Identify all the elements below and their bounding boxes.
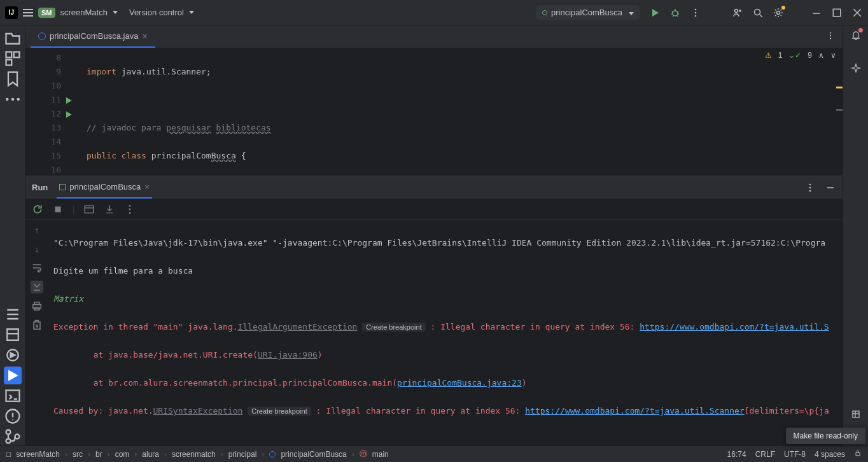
run-tab-icon xyxy=(59,184,66,190)
problems-tool-button[interactable] xyxy=(4,407,22,425)
prev-highlight-icon[interactable]: ∧ xyxy=(818,51,824,60)
soft-wrap-button[interactable] xyxy=(31,262,43,274)
editor[interactable]: 8 9 10 11 12 13 14 15 16 17 import java.… xyxy=(25,48,843,176)
svg-point-20 xyxy=(830,32,831,33)
run-button[interactable] xyxy=(649,7,661,18)
breadcrumb-item[interactable]: alura xyxy=(142,450,159,459)
class-icon xyxy=(269,451,276,458)
svg-rect-9 xyxy=(13,52,19,58)
chevron-down-icon xyxy=(626,8,634,17)
breadcrumb-item[interactable]: main xyxy=(372,450,389,459)
indent-widget[interactable]: 4 spaces xyxy=(815,450,845,459)
up-stack-button[interactable]: ↑ xyxy=(31,223,43,236)
create-breakpoint-button[interactable]: Create breakpoint xyxy=(248,407,311,416)
vcs-tool-button[interactable] xyxy=(4,428,22,445)
svg-rect-15 xyxy=(6,390,19,402)
terminal-tool-button[interactable] xyxy=(4,387,22,405)
project-tool-button[interactable] xyxy=(4,29,22,47)
breadcrumb-item[interactable]: src xyxy=(73,450,83,459)
breadcrumb-item[interactable]: com xyxy=(115,450,130,459)
inspections-widget[interactable]: ⚠1 ⌄✓9 ∧ ∨ xyxy=(765,51,836,60)
svg-point-30 xyxy=(129,212,131,214)
breadcrumb-root-icon: □ xyxy=(6,450,11,459)
console-output[interactable]: "C:\Program Files\Java\jdk-17\bin\java.e… xyxy=(48,220,843,427)
editor-tab[interactable]: principalComBusca.java × xyxy=(31,25,155,48)
ai-assistant-button[interactable] xyxy=(850,62,862,74)
project-badge: SM xyxy=(38,8,55,18)
project-dropdown[interactable]: screenMatch xyxy=(60,8,118,17)
readonly-toggle[interactable] xyxy=(854,449,862,459)
close-button[interactable] xyxy=(851,7,863,18)
overview-ruler[interactable] xyxy=(835,48,843,176)
code-with-me-button[interactable] xyxy=(732,7,743,18)
svg-rect-32 xyxy=(34,302,39,305)
svg-point-11 xyxy=(5,98,8,101)
run-more-button[interactable] xyxy=(124,204,136,215)
todo-tool-button[interactable] xyxy=(4,305,22,323)
more-tools-button[interactable] xyxy=(4,90,22,108)
console-link[interactable]: https://www.omdbapi.com/?t=java.util.S xyxy=(640,322,829,332)
stop-button[interactable] xyxy=(52,204,64,215)
svg-point-21 xyxy=(830,35,831,36)
gutter-run-icon[interactable] xyxy=(65,109,73,123)
build-tool-button[interactable] xyxy=(4,326,22,344)
breadcrumb-item[interactable]: screenmatch xyxy=(172,450,216,459)
svg-point-3 xyxy=(695,15,697,17)
svg-point-22 xyxy=(830,38,831,39)
file-encoding[interactable]: UTF-8 xyxy=(784,450,806,459)
create-breakpoint-button[interactable]: Create breakpoint xyxy=(362,323,425,332)
bookmarks-tool-button[interactable] xyxy=(4,70,22,88)
down-stack-button[interactable]: ↓ xyxy=(31,242,43,255)
structure-tool-button[interactable] xyxy=(4,50,22,67)
console-link[interactable]: https://www.omdbapi.com/?t=java.util.Sca… xyxy=(525,406,744,416)
breadcrumb-item[interactable]: principal xyxy=(228,450,257,459)
rerun-button[interactable] xyxy=(32,204,43,215)
console-link[interactable]: principalComBusca.java:23 xyxy=(397,378,522,388)
ide-logo: IJ xyxy=(5,6,18,19)
cursor-position[interactable]: 16:74 xyxy=(727,450,746,459)
console-link[interactable]: URI.java:906 xyxy=(258,350,318,360)
run-tool-button[interactable] xyxy=(4,367,22,384)
gutter: 8 9 10 11 12 13 14 15 16 17 xyxy=(25,48,67,176)
method-icon: ⓜ xyxy=(360,449,367,459)
services-tool-button[interactable] xyxy=(4,346,22,364)
run-tab[interactable]: principalComBusca × xyxy=(57,176,152,199)
hide-run-panel[interactable] xyxy=(825,182,836,193)
code-area[interactable]: import java.util.Scanner; // javadoc par… xyxy=(67,48,835,176)
debug-button[interactable] xyxy=(669,7,681,18)
more-actions-button[interactable] xyxy=(690,7,701,18)
titlebar: IJ SM screenMatch Version control princi… xyxy=(0,0,868,25)
gutter-run-icon[interactable] xyxy=(65,95,73,109)
vcs-menu[interactable]: Version control xyxy=(129,8,194,17)
editor-tab-more[interactable] xyxy=(826,31,843,42)
breadcrumb-item[interactable]: principalComBusca xyxy=(281,450,346,459)
line-separator[interactable]: CRLF xyxy=(755,450,775,459)
settings-button[interactable] xyxy=(773,7,784,18)
readonly-tooltip: Make file read-only xyxy=(786,428,865,444)
scroll-end-button[interactable] xyxy=(31,281,43,293)
svg-point-23 xyxy=(809,183,811,185)
notifications-button[interactable] xyxy=(850,29,862,41)
export-button[interactable] xyxy=(104,204,115,215)
breadcrumb-item[interactable]: screenMatch xyxy=(16,450,60,459)
close-tab-button[interactable]: × xyxy=(142,31,147,41)
breadcrumb-item[interactable]: br xyxy=(95,450,102,459)
close-run-tab[interactable]: × xyxy=(144,182,150,192)
layout-button[interactable] xyxy=(83,204,95,215)
editor-tabs: principalComBusca.java × xyxy=(25,25,843,48)
database-tool-button[interactable] xyxy=(850,409,862,420)
clear-button[interactable] xyxy=(31,319,43,332)
run-panel-more[interactable] xyxy=(804,182,816,193)
svg-point-1 xyxy=(695,8,697,10)
minimize-button[interactable] xyxy=(811,7,822,18)
run-config-selector[interactable]: principalComBusca xyxy=(536,5,640,20)
main-menu-button[interactable] xyxy=(23,9,33,17)
svg-point-13 xyxy=(17,98,20,101)
svg-point-25 xyxy=(809,190,811,192)
maximize-button[interactable] xyxy=(831,7,843,18)
right-tool-stripe xyxy=(843,25,868,445)
svg-rect-7 xyxy=(833,9,840,16)
svg-rect-34 xyxy=(853,411,859,417)
search-button[interactable] xyxy=(752,7,764,18)
print-button[interactable] xyxy=(31,300,43,312)
